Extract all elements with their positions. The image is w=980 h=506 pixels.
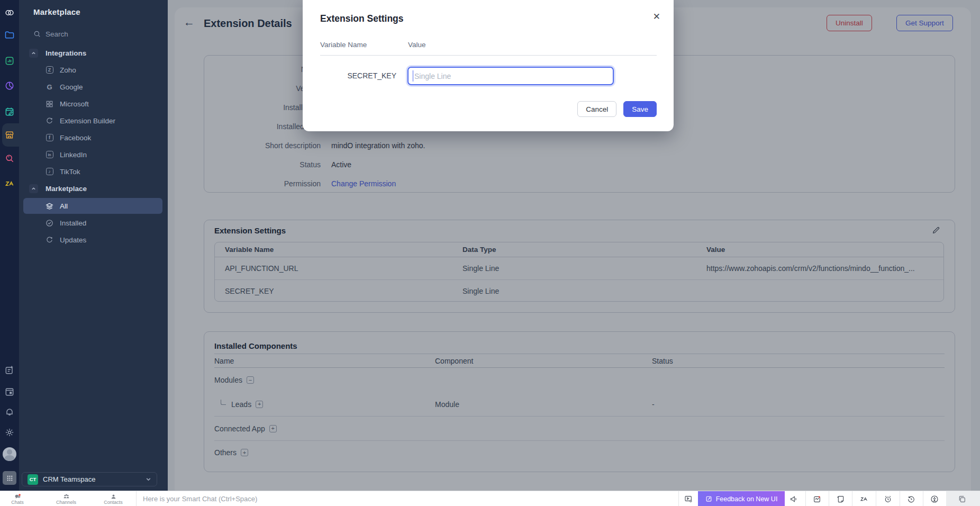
- chevron-down-icon: [146, 476, 151, 482]
- check-circle-icon: [45, 219, 54, 228]
- updates-icon: [45, 236, 54, 245]
- sidebar-item-installed[interactable]: Installed: [23, 215, 162, 231]
- modal-title: Extension Settings: [320, 13, 404, 24]
- compose-icon: [705, 495, 712, 502]
- divider: [852, 491, 852, 506]
- display-preview-icon[interactable]: [680, 491, 696, 506]
- section-integrations[interactable]: Integrations: [29, 49, 86, 58]
- zia-bottom-icon[interactable]: [856, 491, 872, 506]
- marketplace-store-icon[interactable]: [4, 129, 15, 141]
- modal-col-variable: Variable Name: [320, 41, 367, 49]
- section-marketplace[interactable]: Marketplace: [29, 184, 87, 193]
- sidebar-item-extension-builder[interactable]: Extension Builder: [23, 113, 162, 129]
- channels-button[interactable]: Channels: [51, 492, 81, 506]
- megaphone-icon[interactable]: [786, 491, 802, 506]
- apps-grid-icon[interactable]: [3, 471, 16, 485]
- zoho-app-icon: Z: [45, 66, 54, 75]
- sidebar-item-zoho[interactable]: Z Zoho: [23, 62, 162, 78]
- app-root: Marketplace Search Integrations Z Zoho G…: [0, 0, 980, 506]
- marketplace-sidebar: Marketplace Search Integrations Z Zoho G…: [19, 0, 168, 491]
- modal-variable-name: SECRET_KEY: [320, 71, 396, 80]
- zia-icon[interactable]: [4, 178, 15, 189]
- search-icon: [33, 30, 41, 38]
- sidebar-item-all[interactable]: All: [23, 198, 162, 214]
- divider: [678, 491, 679, 506]
- modal-col-value: Value: [408, 41, 426, 49]
- text-caret: [413, 70, 413, 82]
- gear-icon[interactable]: [4, 427, 15, 438]
- activity-icon[interactable]: [809, 491, 825, 506]
- sidebar-item-updates[interactable]: Updates: [23, 232, 162, 248]
- accessibility-icon[interactable]: [927, 491, 942, 506]
- history-icon[interactable]: [903, 491, 919, 506]
- zoho-logo-icon[interactable]: [4, 7, 15, 19]
- divider: [900, 491, 900, 506]
- sidebar-title: Marketplace: [33, 7, 80, 16]
- sidebar-item-google[interactable]: G Google: [23, 79, 162, 95]
- tiktok-icon: ♪: [45, 167, 54, 176]
- extension-settings-modal: Extension Settings ✕ Variable Name Value…: [303, 0, 674, 131]
- extension-builder-icon: [45, 116, 54, 125]
- sidebar-item-tiktok[interactable]: ♪ TikTok: [23, 164, 162, 179]
- divider: [876, 491, 876, 506]
- note-add-icon[interactable]: [4, 364, 15, 376]
- google-icon: G: [45, 83, 54, 92]
- close-icon[interactable]: ✕: [653, 12, 660, 21]
- sidebar-item-linkedin[interactable]: in LinkedIn: [23, 147, 162, 162]
- pie-chart-icon[interactable]: [4, 80, 15, 92]
- modal-divider: [320, 55, 657, 56]
- microsoft-icon: [45, 100, 54, 109]
- layers-icon: [45, 202, 54, 211]
- sidebar-item-microsoft[interactable]: Microsoft: [23, 96, 162, 112]
- teamspace-badge: CT: [28, 474, 38, 485]
- divider: [805, 491, 806, 506]
- smart-chat-input[interactable]: Here is your Smart Chat (Ctrl+Space): [143, 491, 257, 506]
- copies-icon[interactable]: [954, 491, 970, 506]
- calendar-edit-icon[interactable]: [4, 106, 15, 118]
- feedback-button[interactable]: Feedback on New UI: [698, 491, 785, 506]
- calendar-icon[interactable]: [4, 386, 15, 397]
- bell-icon[interactable]: [4, 406, 15, 418]
- alarm-clock-icon[interactable]: [880, 491, 896, 506]
- cancel-button[interactable]: Cancel: [577, 101, 616, 117]
- bottom-bar: Chats Channels Contacts Here is your Sma…: [0, 491, 980, 506]
- search-placeholder: Search: [46, 30, 68, 38]
- search-lens-icon[interactable]: [4, 153, 15, 165]
- sidebar-item-facebook[interactable]: f Facebook: [23, 130, 162, 146]
- folder-icon[interactable]: [4, 29, 15, 41]
- notes-icon[interactable]: [832, 491, 848, 506]
- user-avatar[interactable]: [3, 447, 16, 461]
- secret-key-input[interactable]: [407, 67, 614, 85]
- chats-button[interactable]: Chats: [3, 492, 32, 506]
- linkedin-icon: in: [45, 150, 54, 159]
- divider: [829, 491, 829, 506]
- divider: [923, 491, 923, 506]
- left-rail: [0, 0, 19, 491]
- chevron-up-icon[interactable]: [29, 184, 38, 193]
- chevron-up-icon[interactable]: [29, 49, 38, 58]
- facebook-icon: f: [45, 133, 54, 142]
- teamspace-name: CRM Teamspace: [43, 475, 141, 483]
- contacts-button[interactable]: Contacts: [98, 492, 128, 506]
- sidebar-search-input[interactable]: Search: [33, 28, 155, 40]
- save-button[interactable]: Save: [623, 101, 657, 117]
- teamspace-selector[interactable]: CT CRM Teamspace: [22, 472, 157, 486]
- bar-chart-icon[interactable]: [4, 55, 15, 67]
- divider: [136, 491, 137, 506]
